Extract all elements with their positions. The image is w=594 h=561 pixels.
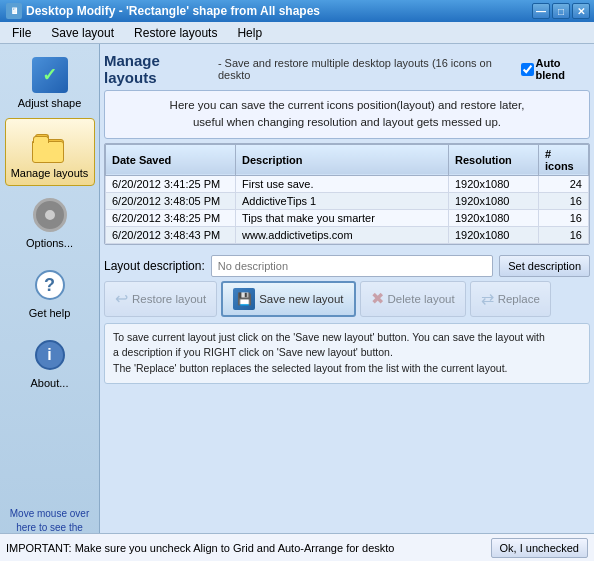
restore-layout-button[interactable]: ↩ Restore layout [104, 281, 217, 317]
manage-layouts-icon [30, 125, 70, 165]
table-row[interactable]: 6/20/2012 3:41:25 PM First use save. 192… [106, 175, 589, 192]
cell-icons: 16 [539, 209, 589, 226]
minimize-button[interactable]: — [532, 3, 550, 19]
cell-date: 6/20/2012 3:48:25 PM [106, 209, 236, 226]
sidebar-item-manage-layouts[interactable]: Manage layouts [5, 118, 95, 186]
info-line2: useful when changing resolution and layo… [193, 116, 501, 128]
restore-label: Restore layout [132, 293, 206, 305]
page-title: Manage layouts [104, 52, 212, 86]
autoblend-control[interactable]: Auto blend [521, 57, 590, 81]
page-subtitle: - Save and restore multiple desktop layo… [218, 57, 515, 81]
autoblend-label: Auto blend [536, 57, 590, 81]
autoblend-checkbox[interactable] [521, 63, 534, 76]
save-label: Save new layout [259, 293, 343, 305]
sidebar-item-options[interactable]: Options... [5, 188, 95, 256]
cell-icons: 16 [539, 192, 589, 209]
sidebar-item-about[interactable]: i About... [5, 328, 95, 396]
save-icon: 💾 [233, 288, 255, 310]
cell-date: 6/20/2012 3:48:05 PM [106, 192, 236, 209]
cell-date: 6/20/2012 3:41:25 PM [106, 175, 236, 192]
cell-resolution: 1920x1080 [449, 209, 539, 226]
restore-icon: ↩ [115, 289, 128, 308]
menu-file[interactable]: File [4, 24, 39, 42]
sidebar-item-get-help[interactable]: ? Get help [5, 258, 95, 326]
description-label: Layout description: [104, 259, 205, 273]
save-new-layout-button[interactable]: 💾 Save new layout [221, 281, 355, 317]
col-header-icons: # icons [539, 144, 589, 175]
col-header-desc: Description [236, 144, 449, 175]
replace-label: Replace [498, 293, 540, 305]
menu-help[interactable]: Help [229, 24, 270, 42]
instruction-line1: To save current layout just click on the… [113, 330, 581, 346]
info-box: Here you can save the current icons posi… [104, 90, 590, 139]
options-icon [30, 195, 70, 235]
window-title: Desktop Modify - 'Rectangle' shape from … [26, 4, 320, 18]
help-icon: ? [30, 265, 70, 305]
manage-layouts-label: Manage layouts [11, 167, 89, 179]
bottom-bar: IMPORTANT: Make sure you uncheck Align t… [0, 533, 594, 561]
sidebar: Adjust shape Manage layouts Options... ?… [0, 44, 100, 561]
instruction-line3: The 'Replace' button replaces the select… [113, 361, 581, 377]
cell-resolution: 1920x1080 [449, 192, 539, 209]
maximize-button[interactable]: □ [552, 3, 570, 19]
right-panel: Manage layouts - Save and restore multip… [100, 44, 594, 561]
action-buttons: ↩ Restore layout 💾 Save new layout ✖ Del… [104, 281, 590, 317]
table-row[interactable]: 6/20/2012 3:48:05 PM AddictiveTips 1 192… [106, 192, 589, 209]
set-description-button[interactable]: Set description [499, 255, 590, 277]
col-header-date: Date Saved [106, 144, 236, 175]
menu-save-layout[interactable]: Save layout [43, 24, 122, 42]
layouts-table-wrapper: Date Saved Description Resolution # icon… [104, 143, 590, 245]
ok-button[interactable]: Ok, I unchecked [491, 538, 589, 558]
replace-icon: ⇄ [481, 289, 494, 308]
get-help-label: Get help [29, 307, 71, 319]
instruction-line2: a description if you RIGHT click on 'Sav… [113, 345, 581, 361]
cell-icons: 24 [539, 175, 589, 192]
close-button[interactable]: ✕ [572, 3, 590, 19]
table-row[interactable]: 6/20/2012 3:48:43 PM www.addictivetips.c… [106, 226, 589, 243]
delete-label: Delete layout [388, 293, 455, 305]
delete-icon: ✖ [371, 289, 384, 308]
app-icon: 🖥 [6, 3, 22, 19]
titlebar: 🖥 Desktop Modify - 'Rectangle' shape fro… [0, 0, 594, 22]
cell-description: First use save. [236, 175, 449, 192]
col-header-res: Resolution [449, 144, 539, 175]
table-row[interactable]: 6/20/2012 3:48:25 PM Tips that make you … [106, 209, 589, 226]
adjust-shape-icon [30, 55, 70, 95]
delete-layout-button[interactable]: ✖ Delete layout [360, 281, 466, 317]
about-icon: i [30, 335, 70, 375]
page-header: Manage layouts - Save and restore multip… [104, 48, 590, 90]
cell-resolution: 1920x1080 [449, 175, 539, 192]
info-line1: Here you can save the current icons posi… [170, 99, 525, 111]
sidebar-item-adjust-shape[interactable]: Adjust shape [5, 48, 95, 116]
main-content: Adjust shape Manage layouts Options... ?… [0, 44, 594, 561]
description-input[interactable] [211, 255, 494, 277]
cell-description: AddictiveTips 1 [236, 192, 449, 209]
menubar: File Save layout Restore layouts Help [0, 22, 594, 44]
bottom-bar-text: IMPORTANT: Make sure you uncheck Align t… [6, 542, 394, 554]
cell-description: Tips that make you smarter [236, 209, 449, 226]
menu-restore-layouts[interactable]: Restore layouts [126, 24, 225, 42]
cell-icons: 16 [539, 226, 589, 243]
adjust-shape-label: Adjust shape [18, 97, 82, 109]
description-row: Layout description: Set description [104, 255, 590, 277]
replace-button[interactable]: ⇄ Replace [470, 281, 551, 317]
options-label: Options... [26, 237, 73, 249]
instructions-box: To save current layout just click on the… [104, 323, 590, 384]
cell-resolution: 1920x1080 [449, 226, 539, 243]
window-controls: — □ ✕ [532, 3, 590, 19]
cell-description: www.addictivetips.com [236, 226, 449, 243]
about-label: About... [31, 377, 69, 389]
layouts-table: Date Saved Description Resolution # icon… [105, 144, 589, 244]
cell-date: 6/20/2012 3:48:43 PM [106, 226, 236, 243]
